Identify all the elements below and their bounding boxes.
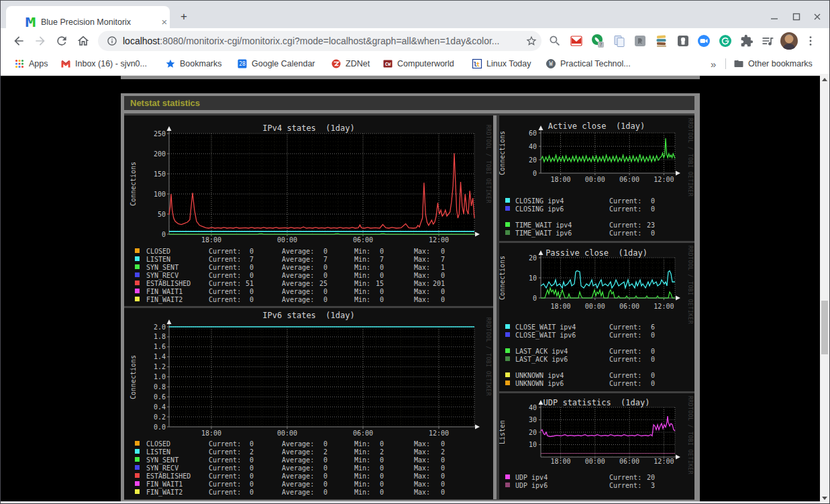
other-bookmarks-label: Other bookmarks <box>748 59 813 68</box>
svg-text:Average:: Average: <box>282 272 314 279</box>
chart-ipv6-states[interactable]: 0.00.20.40.60.81.01.21.41.61.82.018:0000… <box>124 308 493 499</box>
grammarly-extension-icon[interactable] <box>719 34 732 48</box>
svg-text:250: 250 <box>154 130 166 138</box>
svg-text:LISTEN: LISTEN <box>146 448 170 456</box>
window-minimize-icon[interactable] <box>769 11 780 22</box>
bookmarks-overflow-chevron[interactable]: » <box>711 58 716 70</box>
svg-text:10: 10 <box>529 274 537 282</box>
chart-udp-statistics[interactable]: 1020304018:0000:0006:0012:00UDP statisti… <box>499 393 694 499</box>
svg-text:00:00: 00:00 <box>277 430 297 437</box>
rrdtool-watermark: RRDTOOL / TOBI OETIKER <box>485 125 491 203</box>
svg-text:Max:: Max: <box>414 481 430 488</box>
home-icon[interactable] <box>76 34 90 48</box>
monitorix-favicon: M <box>25 17 36 28</box>
scrollbar-up-arrow[interactable] <box>822 78 827 81</box>
scrollbar[interactable] <box>820 74 829 504</box>
zoom-extension-icon[interactable] <box>697 34 711 48</box>
legend-row-unknown-ipv6: UNKNOWN ipv6Current:0 <box>505 380 655 387</box>
chart-ipv4-states[interactable]: 05010015020025018:0000:0006:0012:00IPv4 … <box>124 115 493 306</box>
bookmark-item-computerworld[interactable]: CWComputerworld <box>382 58 454 70</box>
legend-row-established: ESTABLISHEDCurrent:51Average:25Min:15Max… <box>135 280 445 287</box>
chart-canvas-passive-close: 0102018:0000:0006:0012:00Passive close (… <box>499 243 694 391</box>
tab-title: Blue Precision Monitorix <box>41 17 148 28</box>
svg-text:Current:: Current: <box>609 482 641 489</box>
svg-text:18:00: 18:00 <box>550 303 570 310</box>
svg-text:20: 20 <box>647 474 655 481</box>
window-close-icon[interactable] <box>812 11 823 22</box>
apps-grid-icon <box>14 58 25 69</box>
gray-square-extension-icon[interactable] <box>633 34 647 48</box>
legend-color-swatch <box>505 356 510 361</box>
books-extension-icon[interactable] <box>655 34 668 48</box>
legend-color-swatch <box>135 481 140 486</box>
svg-text:2: 2 <box>250 448 254 456</box>
scrollbar-thumb[interactable] <box>821 301 828 354</box>
svg-text:Current:: Current: <box>609 356 641 363</box>
svg-text:Min:: Min: <box>354 456 370 464</box>
legend-row-fin-wait1: FIN_WAIT1Current:0Average:0Min:0Max:0 <box>135 481 445 489</box>
url-text[interactable]: localhost:8080/monitorix-cgi/monitorix.c… <box>123 36 512 47</box>
bookmarks-separator <box>725 58 726 69</box>
svg-text:Current:: Current: <box>209 456 241 464</box>
phone-extension-icon[interactable]: ? <box>591 34 605 48</box>
extensions-puzzle-icon[interactable] <box>740 34 754 48</box>
bookmark-star-icon[interactable] <box>525 35 537 47</box>
svg-text:00:00: 00:00 <box>277 236 297 244</box>
svg-text:Min:: Min: <box>354 288 370 295</box>
svg-text:Max:: Max: <box>414 296 430 303</box>
bookmark-item-inbox-16-sjvn0[interactable]: Inbox (16) - sjvn0... <box>60 58 147 70</box>
svg-text:Max:: Max: <box>414 280 430 287</box>
tab-close-icon[interactable]: × <box>159 17 170 28</box>
keeper-extension-icon[interactable] <box>676 34 690 48</box>
legend-row-syn-recv: SYN_RECVCurrent:0Average:0Min:0Max:0 <box>135 272 445 280</box>
svg-text:Average:: Average: <box>282 288 314 295</box>
back-icon[interactable] <box>12 34 25 48</box>
window-frame-top <box>0 0 830 1</box>
svg-text:0: 0 <box>323 489 327 496</box>
svg-text:UNKNOWN ipv6: UNKNOWN ipv6 <box>515 380 564 387</box>
svg-text:Current:: Current: <box>209 288 241 295</box>
other-bookmarks[interactable]: Other bookmarks <box>733 58 813 70</box>
bookmark-item-bookmarks[interactable]: Bookmarks <box>165 58 222 70</box>
svg-text:201: 201 <box>433 280 445 287</box>
page-info-icon[interactable] <box>107 36 117 46</box>
bookmark-item-zdnet[interactable]: ZDNet <box>331 58 370 70</box>
new-tab-button[interactable]: + <box>178 11 190 23</box>
profile-avatar[interactable] <box>782 34 796 48</box>
svg-text:1.8: 1.8 <box>154 333 166 340</box>
svg-text:0: 0 <box>250 272 254 279</box>
svg-text:Min:: Min: <box>354 481 370 488</box>
svg-text:0: 0 <box>380 489 384 496</box>
legend-color-swatch <box>505 222 510 227</box>
chart-ylabel: Connections <box>129 355 137 399</box>
reading-list-icon[interactable] <box>761 34 774 48</box>
gmail-extension-icon[interactable] <box>570 34 583 48</box>
svg-text:00:00: 00:00 <box>585 303 605 310</box>
scrollbar-down-arrow[interactable] <box>822 497 827 500</box>
svg-text:Average:: Average: <box>282 464 314 472</box>
chart-canvas-ipv6-states: 0.00.20.40.60.81.01.21.41.61.82.018:0000… <box>124 308 493 499</box>
svg-text:0: 0 <box>250 248 254 255</box>
search-extension-icon[interactable] <box>548 34 562 48</box>
svg-text:0.6: 0.6 <box>154 393 166 401</box>
chart-passive-close[interactable]: 0102018:0000:0006:0012:00Passive close (… <box>499 243 694 391</box>
legend-row-unknown-ipv4: UNKNOWN ipv4Current:0 <box>505 372 655 379</box>
svg-text:Max:: Max: <box>414 272 430 279</box>
browser-menu-icon[interactable] <box>804 34 817 48</box>
bookmark-item-linux-today[interactable]: ltLinux Today <box>472 58 531 70</box>
window-maximize-icon[interactable] <box>791 11 802 22</box>
legend-color-swatch <box>135 457 140 462</box>
bookmark-label: Bookmarks <box>180 59 222 68</box>
bookmark-item-practical-technol[interactable]: WPractical Technol... <box>546 58 631 70</box>
chart-active-close[interactable]: 020406018:0000:0006:0012:00Active close … <box>499 115 694 241</box>
bookmark-item-google-calendar[interactable]: 28Google Calendar <box>237 58 315 70</box>
forward-icon[interactable] <box>34 34 47 48</box>
copy-pages-extension-icon[interactable] <box>613 34 626 48</box>
svg-text:Current:: Current: <box>609 197 641 205</box>
bookmark-item-apps[interactable]: Apps <box>14 58 48 70</box>
reload-icon[interactable] <box>55 34 68 48</box>
svg-text:Min:: Min: <box>354 248 370 255</box>
svg-text:0: 0 <box>380 472 384 480</box>
active-tab[interactable]: M Blue Precision Monitorix × <box>6 6 170 29</box>
svg-text:SYN_RECV: SYN_RECV <box>146 272 178 280</box>
